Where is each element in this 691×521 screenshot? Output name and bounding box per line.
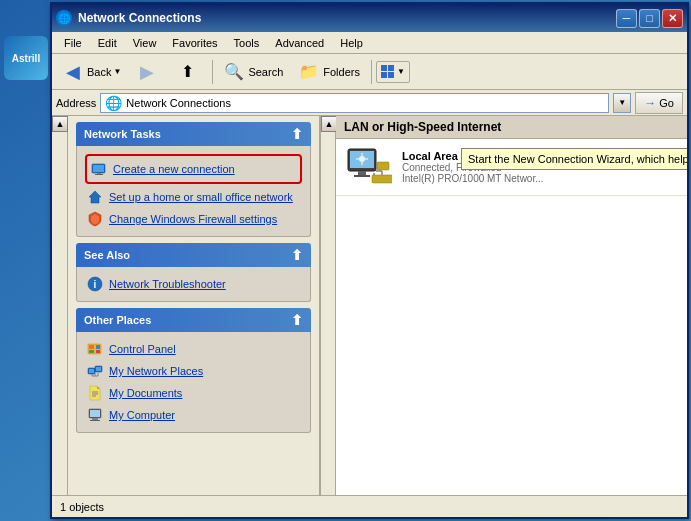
menu-favorites[interactable]: Favorites xyxy=(164,35,225,51)
other-places-chevron[interactable]: ⬆ xyxy=(291,312,303,328)
address-dropdown-button[interactable]: ▼ xyxy=(613,93,631,113)
up-icon: ⬆ xyxy=(177,62,197,82)
my-computer-label[interactable]: My Computer xyxy=(109,409,175,421)
folders-icon: 📁 xyxy=(299,62,319,82)
panel-scroll-up[interactable]: ▲ xyxy=(321,116,337,132)
svg-rect-1 xyxy=(93,165,104,172)
my-network-places-item[interactable]: My Network Places xyxy=(85,360,302,382)
change-firewall-label[interactable]: Change Windows Firewall settings xyxy=(109,213,277,225)
status-text: 1 objects xyxy=(60,501,104,513)
connection-icon xyxy=(344,147,392,187)
other-places-body: Control Panel xyxy=(76,332,311,433)
search-icon: 🔍 xyxy=(224,62,244,82)
close-button[interactable]: ✕ xyxy=(662,9,683,28)
menu-file[interactable]: File xyxy=(56,35,90,51)
network-tasks-body: Create a new connection Set up a home or… xyxy=(76,146,311,237)
control-panel-icon xyxy=(87,341,103,357)
title-bar-buttons: ─ □ ✕ xyxy=(616,9,683,28)
see-also-header: See Also ⬆ xyxy=(76,243,311,267)
setup-home-icon xyxy=(87,189,103,205)
svg-rect-11 xyxy=(96,350,100,353)
setup-home-item[interactable]: Set up a home or small office network xyxy=(85,186,302,208)
window-icon: 🌐 xyxy=(56,10,72,26)
network-tasks-chevron[interactable]: ⬆ xyxy=(291,126,303,142)
svg-rect-25 xyxy=(92,418,98,420)
svg-rect-26 xyxy=(90,420,100,421)
back-button[interactable]: ◀ Back ▼ xyxy=(56,58,128,86)
change-firewall-item[interactable]: Change Windows Firewall settings xyxy=(85,208,302,230)
toolbar-separator-2 xyxy=(371,60,372,84)
middle-scrollbar: ▲ ▼ xyxy=(320,116,336,517)
other-places-header: Other Places ⬆ xyxy=(76,308,311,332)
maximize-button[interactable]: □ xyxy=(639,9,660,28)
back-dropdown-icon: ▼ xyxy=(113,67,121,76)
change-firewall-icon xyxy=(87,211,103,227)
menu-bar: File Edit View Favorites Tools Advanced … xyxy=(52,32,687,54)
create-connection-label[interactable]: Create a new connection xyxy=(113,163,235,175)
menu-help[interactable]: Help xyxy=(332,35,371,51)
go-icon: → xyxy=(644,96,656,110)
forward-button[interactable]: ▶ xyxy=(130,58,168,86)
svg-rect-29 xyxy=(358,171,366,175)
my-network-places-label[interactable]: My Network Places xyxy=(109,365,203,377)
search-button[interactable]: 🔍 Search xyxy=(217,58,290,86)
network-troubleshooter-label[interactable]: Network Troubleshooter xyxy=(109,278,226,290)
svg-rect-36 xyxy=(377,162,389,170)
menu-advanced[interactable]: Advanced xyxy=(267,35,332,51)
my-network-places-icon xyxy=(87,363,103,379)
my-computer-icon xyxy=(87,407,103,423)
my-computer-item[interactable]: My Computer xyxy=(85,404,302,426)
see-also-section: See Also ⬆ i Network Troubleshooter xyxy=(76,243,311,302)
forward-icon: ▶ xyxy=(137,62,157,82)
my-documents-label[interactable]: My Documents xyxy=(109,387,182,399)
svg-marker-4 xyxy=(89,191,101,203)
menu-edit[interactable]: Edit xyxy=(90,35,125,51)
toolbar-separator-1 xyxy=(212,60,213,84)
svg-rect-40 xyxy=(372,175,392,183)
create-connection-icon xyxy=(91,161,107,177)
svg-point-31 xyxy=(359,156,365,162)
svg-rect-3 xyxy=(95,174,103,175)
scroll-up-button[interactable]: ▲ xyxy=(52,116,68,132)
network-tasks-header: Network Tasks ⬆ xyxy=(76,122,311,146)
svg-rect-24 xyxy=(90,410,100,417)
menu-tools[interactable]: Tools xyxy=(226,35,268,51)
svg-rect-30 xyxy=(354,175,370,177)
up-button[interactable]: ⬆ xyxy=(170,58,208,86)
tooltip: Start the New Connection Wizard, which h… xyxy=(461,148,687,170)
control-panel-item[interactable]: Control Panel xyxy=(85,338,302,360)
minimize-button[interactable]: ─ xyxy=(616,9,637,28)
address-icon: 🌐 xyxy=(105,95,122,111)
see-also-chevron[interactable]: ⬆ xyxy=(291,247,303,263)
my-documents-item[interactable]: My Documents xyxy=(85,382,302,404)
setup-home-label[interactable]: Set up a home or small office network xyxy=(109,191,293,203)
svg-rect-9 xyxy=(96,345,100,349)
main-window: 🌐 Network Connections ─ □ ✕ File Edit Vi… xyxy=(50,2,689,519)
my-documents-icon xyxy=(87,385,103,401)
window-title: Network Connections xyxy=(78,11,616,25)
address-label: Address xyxy=(56,97,96,109)
svg-rect-8 xyxy=(89,345,94,349)
other-places-section: Other Places ⬆ xyxy=(76,308,311,433)
views-button[interactable]: ▼ xyxy=(376,61,410,83)
svg-rect-13 xyxy=(89,369,94,373)
menu-view[interactable]: View xyxy=(125,35,165,51)
left-scrollbar: ▲ ▼ xyxy=(52,116,68,517)
folders-button[interactable]: 📁 Folders xyxy=(292,58,367,86)
status-bar: 1 objects xyxy=(52,495,687,517)
title-bar: 🌐 Network Connections ─ □ ✕ xyxy=(52,4,687,32)
group-header: LAN or High-Speed Internet xyxy=(336,116,687,139)
connection-hardware: Intel(R) PRO/1000 MT Networ... xyxy=(402,173,544,184)
create-connection-item[interactable]: Create a new connection xyxy=(89,158,298,180)
svg-rect-10 xyxy=(89,350,94,353)
left-panel: Network Tasks ⬆ xyxy=(68,116,320,517)
network-tasks-section: Network Tasks ⬆ xyxy=(76,122,311,237)
network-troubleshooter-icon: i xyxy=(87,276,103,292)
astrill-logo: Astrill xyxy=(4,36,48,80)
network-troubleshooter-item[interactable]: i Network Troubleshooter xyxy=(85,273,302,295)
address-input[interactable]: 🌐 Network Connections xyxy=(100,93,609,113)
views-icon xyxy=(381,65,395,79)
svg-rect-15 xyxy=(96,367,101,371)
go-button[interactable]: → Go xyxy=(635,92,683,114)
control-panel-label[interactable]: Control Panel xyxy=(109,343,176,355)
